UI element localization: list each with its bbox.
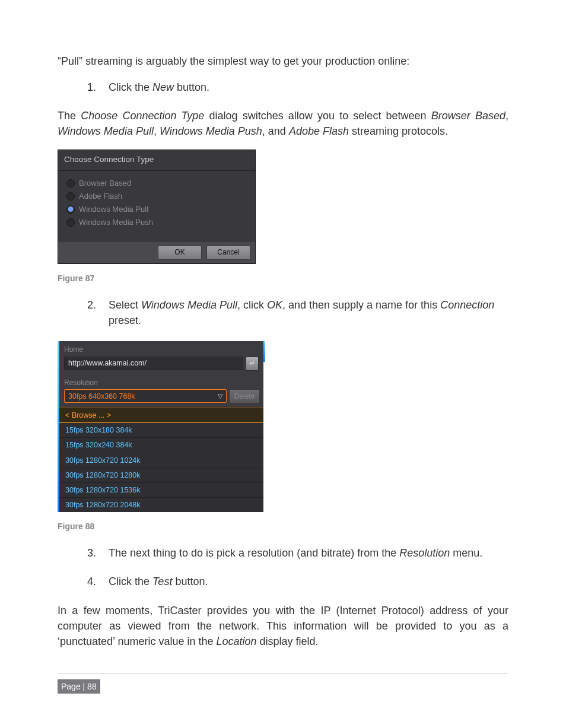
ui-ref: Location: [217, 635, 257, 647]
paragraph-choose-conn: The Choose Connection Type dialog switch…: [58, 108, 508, 139]
figure-caption-88: Figure 88: [58, 520, 508, 532]
radio-off-icon: [66, 192, 75, 201]
t: dialog switches allow you to select betw…: [204, 110, 431, 122]
home-url-input[interactable]: http://www.akamai.com/: [64, 357, 243, 370]
radio-label: Browser Based: [79, 178, 131, 189]
dropdown-icon: ▽: [218, 392, 222, 401]
list-num: 1.: [87, 80, 96, 95]
browse-option[interactable]: < Browse ... >: [59, 408, 263, 423]
ui-ref: OK: [267, 299, 282, 311]
footer-rule: [58, 673, 508, 673]
t: computer as viewed from the network. Thi…: [58, 620, 508, 632]
t: streaming protocols.: [349, 125, 448, 137]
t: display field.: [257, 635, 319, 647]
resolution-option[interactable]: 30fps 1280x720 2048k: [59, 498, 263, 512]
list-num: 3.: [87, 545, 96, 561]
ui-ref: Windows Media Pull: [141, 299, 237, 311]
radio-off-icon: [66, 179, 75, 187]
t: In a few moments, TriCaster provides you…: [58, 605, 508, 616]
list-item-3: 3. The next thing to do is pick a resolu…: [87, 545, 508, 561]
list-item-4: 4. Click the Test button.: [87, 574, 508, 589]
t: ,: [505, 110, 508, 122]
list-item-2: 2. Select Windows Media Pull, click OK, …: [87, 297, 508, 328]
enter-button[interactable]: ↵: [246, 357, 259, 371]
t: The: [58, 110, 81, 122]
paragraph-ip: In a few moments, TriCaster provides you…: [58, 603, 508, 649]
radio-label: Adobe Flash: [79, 191, 122, 202]
t: Select: [109, 299, 141, 311]
resolution-option[interactable]: 30fps 1280x720 1280k: [59, 468, 263, 483]
choose-connection-type-dialog: Choose Connection Type Browser Based Ado…: [58, 150, 256, 264]
t: button.: [172, 576, 208, 587]
delete-button[interactable]: Delete: [229, 389, 260, 403]
ui-ref: Test: [152, 576, 172, 587]
ui-ref: Windows Media Pull: [58, 125, 154, 137]
paragraph-intro: “Pull” streaming is arguably the simples…: [58, 53, 508, 69]
ui-ref: Windows Media Push: [160, 125, 262, 137]
list-text: Click the: [109, 81, 152, 93]
radio-browser-based[interactable]: Browser Based: [66, 177, 247, 190]
ui-ref: Connection: [440, 299, 494, 311]
t: ‘punctuated’ numeric value in the: [58, 635, 217, 647]
t: The next thing to do is pick a resolutio…: [109, 547, 399, 559]
resolution-panel: Home http://www.akamai.com/ ↵ Resolution…: [58, 341, 265, 512]
t: , and then supply a name for this: [282, 299, 440, 311]
resolution-input[interactable]: 30fps 640x360 768k ▽: [64, 389, 227, 403]
list-num: 4.: [87, 574, 96, 589]
figure-caption-87: Figure 87: [58, 272, 508, 284]
ok-button[interactable]: OK: [158, 246, 202, 260]
page-number: Page | 88: [58, 679, 100, 694]
resolution-option[interactable]: 30fps 1280x720 1536k: [59, 483, 263, 498]
radio-on-icon: [66, 205, 75, 214]
radio-off-icon: [66, 218, 75, 227]
t: preset.: [109, 314, 141, 326]
resolution-value: 30fps 640x360 768k: [68, 391, 135, 402]
resolution-label: Resolution: [59, 374, 263, 389]
list-num: 2.: [87, 297, 96, 328]
ui-ref-new: New: [152, 81, 174, 93]
resolution-option[interactable]: 15fps 320x180 384k: [59, 423, 263, 438]
ui-ref: Adobe Flash: [289, 125, 349, 137]
radio-label: Windows Media Pull: [79, 204, 148, 215]
t: , click: [237, 299, 267, 311]
cancel-button[interactable]: Cancel: [206, 246, 250, 260]
radio-windows-media-push[interactable]: Windows Media Push: [66, 216, 247, 229]
ui-ref: Browser Based: [431, 110, 505, 122]
dialog-title: Choose Connection Type: [58, 150, 255, 171]
radio-adobe-flash[interactable]: Adobe Flash: [66, 190, 247, 203]
list-item-1: 1. Click the New button.: [87, 80, 508, 95]
resolution-option[interactable]: 15fps 320x240 384k: [59, 438, 263, 453]
home-label: Home: [59, 341, 263, 356]
ui-ref: Resolution: [399, 547, 450, 559]
radio-windows-media-pull[interactable]: Windows Media Pull: [66, 203, 247, 216]
ui-ref: Choose Connection Type: [81, 110, 204, 122]
t: menu.: [450, 547, 482, 559]
list-text: button.: [174, 81, 209, 93]
resolution-option[interactable]: 30fps 1280x720 1024k: [59, 453, 263, 468]
return-icon: ↵: [249, 358, 255, 368]
radio-label: Windows Media Push: [79, 217, 153, 228]
t: , and: [262, 125, 289, 137]
t: ,: [154, 125, 160, 137]
t: Click the: [109, 576, 152, 587]
